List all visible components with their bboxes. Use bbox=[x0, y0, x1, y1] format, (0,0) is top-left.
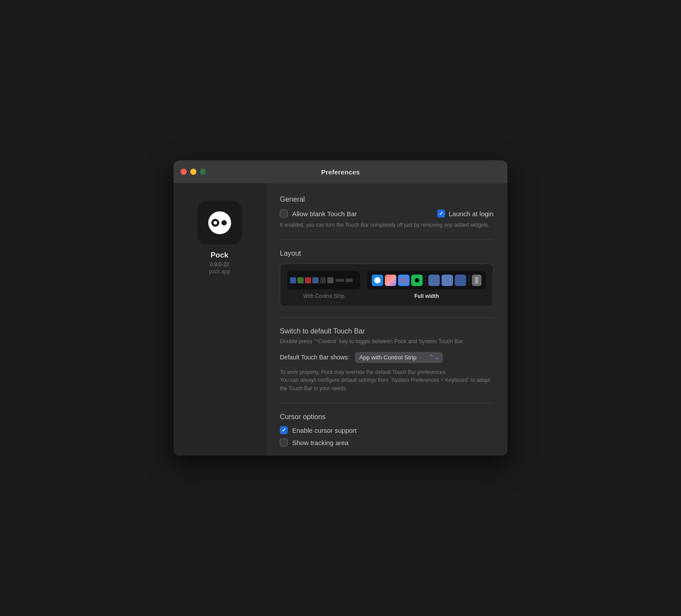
pock-notice: To work properly, Pock may override the … bbox=[280, 368, 493, 393]
launch-at-login-label: Launch at login bbox=[449, 210, 493, 217]
maximize-button[interactable] bbox=[200, 169, 206, 175]
window-body: Pock 0.9.0-22 pock.app General Allow bla… bbox=[174, 183, 507, 456]
allow-blank-hint: If enabled, you can turn the Touch Bar c… bbox=[280, 221, 493, 229]
default-touchbar-dropdown[interactable]: App with Control Strip App Spaces Full k… bbox=[355, 352, 443, 363]
layout-label-full-width: Full width bbox=[414, 293, 439, 299]
layout-section: Layout bbox=[280, 250, 493, 307]
tb-separator-1 bbox=[425, 275, 426, 286]
app-name: Pock bbox=[210, 251, 228, 260]
show-tracking-label: Show tracking area bbox=[292, 439, 348, 446]
cursor-section: Cursor options Enable cursor support Sho… bbox=[280, 413, 493, 446]
divider-3 bbox=[280, 403, 493, 403]
preferences-window: Preferences Pock 0.9.0-22 pock.app bbox=[174, 160, 507, 456]
app-icon bbox=[198, 201, 242, 245]
dropdown-wrapper: App with Control Strip App Spaces Full k… bbox=[355, 352, 443, 363]
allow-blank-label: Allow blank Touch Bar bbox=[292, 210, 357, 217]
default-tb-label: Default Touch Bar shows: bbox=[280, 354, 350, 361]
app-version: 0.9.0-22 bbox=[210, 261, 229, 268]
close-button[interactable] bbox=[181, 169, 187, 175]
general-section: General Allow blank Touch Bar Launch at … bbox=[280, 196, 493, 229]
layout-section-title: Layout bbox=[280, 250, 493, 257]
layout-option-full-width[interactable]: Full width bbox=[367, 271, 486, 299]
show-tracking-row: Show tracking area bbox=[280, 438, 493, 446]
allow-blank-checkbox-row: Allow blank Touch Bar bbox=[280, 210, 357, 217]
divider-2 bbox=[280, 317, 493, 318]
full-tb-icons bbox=[370, 275, 483, 286]
enable-cursor-row: Enable cursor support bbox=[280, 426, 493, 434]
enable-cursor-checkbox[interactable] bbox=[280, 426, 288, 434]
tb-separator-2 bbox=[469, 275, 469, 286]
show-tracking-checkbox[interactable] bbox=[280, 438, 288, 446]
sidebar: Pock 0.9.0-22 pock.app bbox=[174, 183, 266, 456]
allow-blank-row: Allow blank Touch Bar Launch at login bbox=[280, 210, 493, 217]
traffic-lights bbox=[181, 169, 206, 175]
switch-touchbar-hint: Double press `^Control` key to toggle be… bbox=[280, 338, 493, 346]
divider-1 bbox=[280, 239, 493, 240]
svg-point-3 bbox=[221, 220, 227, 225]
main-content: General Allow blank Touch Bar Launch at … bbox=[266, 183, 507, 456]
touchbar-preview-control-strip bbox=[287, 271, 360, 290]
launch-at-login-checkbox[interactable] bbox=[437, 210, 445, 217]
minimize-button[interactable] bbox=[190, 169, 196, 175]
launch-login-row: Launch at login bbox=[437, 210, 493, 217]
layout-option-control-strip[interactable]: With Control Strip bbox=[287, 271, 360, 299]
svg-point-4 bbox=[214, 221, 217, 225]
switch-touchbar-title: Switch to default Touch Bar bbox=[280, 327, 493, 335]
general-section-title: General bbox=[280, 196, 493, 203]
pock-logo-icon bbox=[204, 207, 235, 239]
default-tb-row: Default Touch Bar shows: App with Contro… bbox=[280, 352, 493, 363]
allow-blank-checkbox[interactable] bbox=[280, 210, 288, 217]
titlebar: Preferences bbox=[174, 160, 507, 183]
touchbar-preview-full-width bbox=[367, 271, 486, 290]
app-domain: pock.app bbox=[209, 268, 230, 275]
enable-cursor-label: Enable cursor support bbox=[292, 427, 357, 434]
cursor-section-title: Cursor options bbox=[280, 413, 493, 421]
layout-label-control-strip: With Control Strip bbox=[303, 293, 344, 299]
window-title: Preferences bbox=[321, 168, 360, 176]
switch-touchbar-section: Switch to default Touch Bar Double press… bbox=[280, 327, 493, 392]
layout-container: With Control Strip bbox=[280, 264, 493, 307]
